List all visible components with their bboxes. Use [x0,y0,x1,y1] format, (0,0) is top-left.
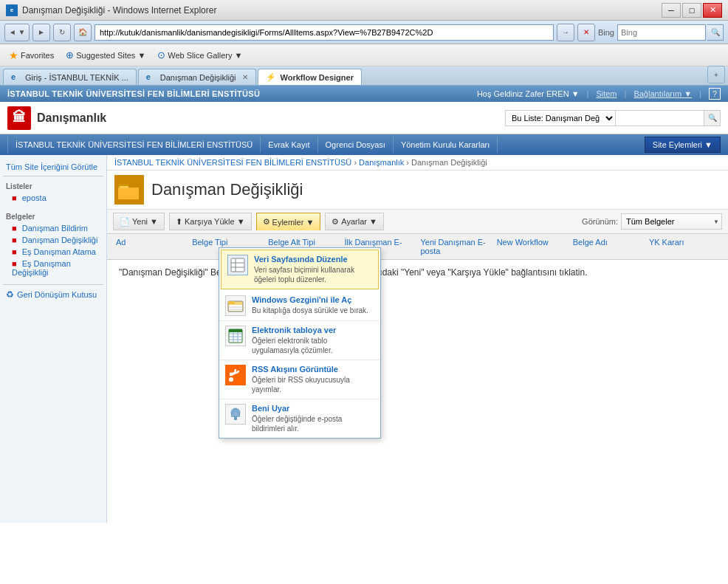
elektronik-tablo-title: Elektronik tabloya ver [252,326,374,334]
recycle-label: Geri Dönüşüm Kutusu [17,290,97,299]
sidebar-item-eposta[interactable]: ■ eposta [3,192,103,204]
sidebar-item-danismanbildirim[interactable]: ■ Danışman Bildirim [3,222,103,234]
bing-search-input[interactable] [617,24,706,41]
home-button[interactable]: 🏠 [74,24,92,41]
tab-label-1: Danışman Değişikliği [160,73,236,82]
breadcrumb: İSTANBUL TEKNİK ÜNİVERSİTESİ FEN BİLİMLE… [107,155,728,171]
settings-button[interactable]: ⚙ Ayarlar ▼ [325,213,384,230]
svg-rect-9 [228,301,235,304]
col-header-belge-adi[interactable]: Belge Adı [570,236,646,257]
sidebar-item-esdanismanatama[interactable]: ■ Eş Danışman Atama [3,246,103,258]
menu-item-windows-gezgini[interactable]: Windows Gezgini'ni ile Aç Bu kitaplığa d… [219,291,380,321]
favorites-button[interactable]: ★ Favorites [6,48,57,63]
title-bar: e Danışman Değişikliği - Windows Interne… [0,0,728,21]
new-button[interactable]: 📄 Yeni ▼ [113,213,165,230]
view-dropdown-wrapper: Tüm Belgeler Tüm Belgeler (Arama) [621,213,722,230]
col-header-yeni-email[interactable]: Yeni Danışman E-posta [418,236,494,257]
tab-icon-ie-1: e [146,72,157,83]
elektronik-tablo-icon [225,326,246,346]
site-header-right: Hoş Geldiniz Zafer EREN ▼ | Sitem | Bağl… [477,88,721,100]
maximize-button[interactable]: □ [682,3,701,18]
sidebar-divider-2 [3,284,103,285]
windows-gezgini-desc: Bu kitaplığa dosya sürükle ve bırak. [252,306,374,315]
forward-button[interactable]: ► [32,24,50,41]
window-title: Danışman Değişikliği - Windows Internet … [22,5,216,16]
col-header-ad[interactable]: Ad [113,236,189,257]
sidebar-item-label-eposta: eposta [22,193,47,202]
tab-0[interactable]: e Giriş - İSTANBUL TEKNİK ... [3,69,137,85]
elektronik-tablo-desc: Öğeleri elektronik tablo uygulamasıyla ç… [252,336,374,355]
menu-item-rss[interactable]: RSS Akışını Görüntüle Öğeleri bir RSS ok… [219,360,380,399]
sidebar-recycle-bin[interactable]: ♻ Geri Dönüşüm Kutusu [3,288,103,301]
go-button[interactable]: → [557,24,574,41]
nav-home-label: İSTANBUL TEKNİK ÜNİVERSİTESİ FEN BİLİMLE… [16,140,253,149]
help-button[interactable]: ? [709,88,721,100]
tab-2[interactable]: ⚡ Workflow Designer [258,69,361,85]
sidebar-item-esdanismanDegisikligi[interactable]: ■ Eş Danışman Değişikliği [3,258,103,278]
sidebar: Tüm Site İçeriğini Görütle Listeler ■ ep… [0,155,107,523]
nav-btn-yonetim[interactable]: Yönetim Kurulu Kararları [394,137,498,153]
upload-button[interactable]: ⬆ Karşıya Yükle ▼ [169,213,252,230]
upload-icon: ⬆ [176,217,182,227]
sitem-link[interactable]: Sitem [596,89,617,98]
minimize-button[interactable]: ─ [662,3,681,18]
web-slice-button[interactable]: ⊙ Web Slice Gallery ▼ [154,48,245,62]
stop-button[interactable]: ✕ [577,24,595,41]
view-dropdown[interactable]: Tüm Belgeler Tüm Belgeler (Arama) [621,213,722,230]
eylemler-dropdown: Veri Sayfasında Düzenle Veri sayfası biç… [219,247,381,439]
settings-label: Ayarlar ▼ [341,217,377,226]
page-title-icon [114,175,144,205]
breadcrumb-danismanlik[interactable]: Danışmanlık [359,158,404,167]
veri-sayfasi-icon [227,255,248,275]
sidebar-all-content[interactable]: Tüm Site İçeriğini Görütle [3,161,103,173]
elektronik-tablo-text: Elektronik tabloya ver Öğeleri elektroni… [252,326,374,355]
beni-uyar-text: Beni Uyar Öğeler değiştiğinde e-posta bi… [252,404,374,433]
svg-point-20 [229,377,233,382]
settings-icon: ⚙ [332,217,339,227]
upload-label: Karşıya Yükle ▼ [185,217,245,226]
beni-uyar-title: Beni Uyar [252,404,374,413]
address-input[interactable] [95,24,554,41]
col-header-new-workflow[interactable]: New Workflow [494,236,570,257]
tab-label-0: Giriş - İSTANBUL TEKNİK ... [25,73,128,82]
sp-list-select[interactable]: Bu Liste: Danışman Değişikliği [505,110,616,126]
nav-btn-home[interactable]: İSTANBUL TEKNİK ÜNİVERSİTESİ FEN BİLİMLE… [7,137,261,153]
breadcrumb-home[interactable]: İSTANBUL TEKNİK ÜNİVERSİTESİ FEN BİLİMLE… [114,158,351,167]
actions-button[interactable]: ⚙ Eylemler ▼ [256,213,321,230]
welcome-text[interactable]: Hoş Geldiniz Zafer EREN ▼ [477,89,580,98]
address-bar: ◄ ▼ ► ↻ 🏠 → ✕ Bing 🔍 [0,21,728,44]
ie-toolbar: ★ Favorites ⊕ Suggested Sites ▼ ⊙ Web Sl… [0,44,728,66]
close-button[interactable]: ✕ [703,3,722,18]
col-header-yk-karari[interactable]: YK Kararı [646,236,722,257]
menu-item-veri-sayfasi[interactable]: Veri Sayfasında Düzenle Veri sayfası biç… [221,250,379,289]
bing-search-button[interactable]: 🔍 [707,24,724,41]
sidebar-item-danismandegisikligi[interactable]: ■ Danışman Değişikliği [3,234,103,246]
sp-header-search: Bu Liste: Danışman Değişikliği 🔍 [505,110,721,126]
sp-search-input[interactable] [616,110,704,126]
nav-btn-ogrenci[interactable]: Ogrenci Dosyası [318,137,394,153]
baglantilarim-link[interactable]: Bağlantılarım ▼ [633,89,692,98]
window-controls: ─ □ ✕ [662,3,722,18]
star-icon: ★ [9,49,18,61]
rss-icon [225,365,246,385]
back-button[interactable]: ◄ ▼ [4,24,30,41]
all-content-label: Tüm Site İçeriğini Görütle [6,162,97,171]
suggested-sites-button[interactable]: ⊕ Suggested Sites ▼ [63,48,148,62]
windows-gezgini-text: Windows Gezgini'ni ile Aç Bu kitaplığa d… [252,295,374,315]
ie-icon: e [6,4,18,16]
windows-gezgini-icon [225,295,246,316]
bullet-icon-eposta: ■ [12,193,17,202]
menu-item-beni-uyar[interactable]: Beni Uyar Öğeler değiştiğinde e-posta bi… [219,399,380,438]
list-toolbar: 📄 Yeni ▼ ⬆ Karşıya Yükle ▼ ⚙ Eylemler ▼ … [107,210,728,234]
tab-close-1[interactable]: ✕ [242,73,248,81]
site-header-bar: İSTANBUL TEKNİK ÜNİVERSİTESİ FEN BİLİMLE… [0,86,728,102]
nav-btn-evrak[interactable]: Evrak Kayıt [261,137,317,153]
tab-new-button[interactable]: + [707,66,725,83]
refresh-button[interactable]: ↻ [53,24,71,41]
sp-search-button[interactable]: 🔍 [704,110,721,126]
menu-item-elektronik-tablo[interactable]: Elektronik tabloya ver Öğeleri elektroni… [219,321,380,360]
tab-1[interactable]: e Danışman Değişikliği ✕ [138,69,257,85]
rss-text: RSS Akışını Görüntüle Öğeleri bir RSS ok… [252,365,374,394]
svg-rect-3 [120,186,128,188]
site-actions-button[interactable]: Site Eylemleri ▼ [645,137,721,153]
